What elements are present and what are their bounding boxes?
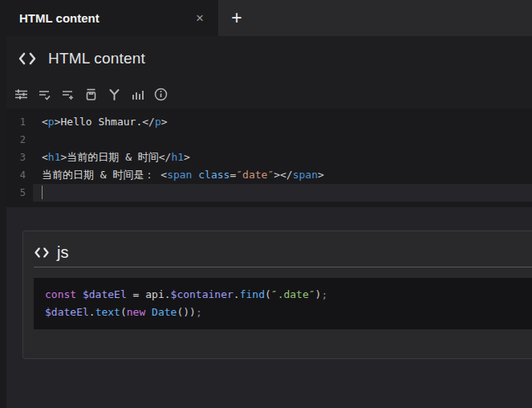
line-content: <p>Hello Shmaur.</p> bbox=[33, 113, 168, 131]
code-token: > bbox=[161, 116, 168, 128]
code-token: > bbox=[184, 151, 190, 163]
info-icon[interactable] bbox=[154, 88, 168, 101]
code-token: $container bbox=[171, 288, 234, 300]
line-content bbox=[33, 184, 42, 202]
code-token: ″date″ bbox=[236, 169, 274, 181]
js-panel-title: js bbox=[57, 243, 68, 262]
code-token: . bbox=[89, 306, 95, 318]
code-token: api bbox=[145, 288, 164, 300]
archive-icon[interactable] bbox=[84, 88, 98, 101]
code-token: const bbox=[45, 288, 76, 300]
code-token: < bbox=[160, 169, 167, 181]
code-token bbox=[145, 306, 152, 318]
code-token: 当前的日期 & 时间 bbox=[67, 151, 158, 163]
panel-header: HTML content bbox=[6, 36, 532, 80]
tab-html-content[interactable]: HTML content × bbox=[6, 0, 218, 36]
page-title: HTML content bbox=[48, 50, 145, 67]
list-check-icon[interactable] bbox=[38, 88, 51, 101]
js-code-line-2[interactable]: $dateEl.text(new Date()); bbox=[45, 304, 532, 321]
code-token: h1 bbox=[48, 151, 61, 163]
code-icon bbox=[18, 51, 37, 66]
editor-line-1[interactable]: 1<p>Hello Shmaur.</p> bbox=[6, 113, 532, 131]
code-token: class bbox=[192, 169, 229, 181]
code-token: Hello Shmaur. bbox=[60, 116, 142, 128]
code-token: new bbox=[127, 306, 145, 318]
line-number: 3 bbox=[6, 149, 33, 166]
html-code-editor[interactable]: 1<p>Hello Shmaur.</p>23<h1>当前的日期 & 时间</h… bbox=[6, 108, 532, 207]
code-token bbox=[76, 288, 83, 300]
code-token: = bbox=[127, 288, 145, 300]
editor-line-5[interactable]: 5 bbox=[6, 184, 532, 202]
code-token: p bbox=[155, 116, 161, 128]
code-token: ()) bbox=[177, 306, 195, 318]
code-icon bbox=[34, 247, 50, 259]
code-token: ; bbox=[196, 306, 202, 318]
code-token: ( bbox=[120, 306, 127, 318]
editor-line-4[interactable]: 4当前的日期 & 时间是： <span class=″date″></span> bbox=[6, 166, 532, 184]
code-token: < bbox=[42, 151, 48, 163]
code-token: $dateEl bbox=[83, 288, 127, 300]
list-plus-icon[interactable] bbox=[61, 88, 75, 101]
js-code-line-1[interactable]: const $dateEl = api.$container.find(″.da… bbox=[45, 286, 532, 304]
fork-icon[interactable] bbox=[108, 88, 121, 101]
js-code-block[interactable]: const $dateEl = api.$container.find(″.da… bbox=[34, 278, 532, 329]
line-number: 1 bbox=[6, 113, 33, 131]
code-token: > bbox=[274, 169, 280, 181]
code-token: </ bbox=[142, 116, 155, 128]
code-token: </ bbox=[159, 151, 172, 163]
code-token: . bbox=[164, 288, 171, 300]
code-token: h1 bbox=[171, 151, 184, 163]
line-content bbox=[33, 131, 42, 149]
close-icon[interactable]: × bbox=[193, 11, 207, 25]
editor-line-2[interactable]: 2 bbox=[6, 131, 532, 149]
code-token: < bbox=[42, 116, 48, 128]
code-token: ( bbox=[265, 288, 271, 300]
code-token: p bbox=[48, 116, 55, 128]
code-token: text bbox=[95, 306, 120, 318]
js-panel: js const $dateEl = api.$container.find(″… bbox=[22, 231, 532, 359]
tab-bar: HTML content × + bbox=[6, 0, 532, 36]
left-edge-strip bbox=[0, 0, 6, 408]
line-number: 2 bbox=[6, 131, 33, 149]
code-token: $dateEl bbox=[45, 306, 89, 318]
line-number: 4 bbox=[6, 166, 33, 184]
line-content: <h1>当前的日期 & 时间</h1> bbox=[33, 149, 190, 166]
line-content: 当前的日期 & 时间是： <span class=″date″></span> bbox=[33, 166, 324, 184]
code-token: span bbox=[293, 169, 318, 181]
text-cursor bbox=[42, 186, 43, 199]
code-token: ; bbox=[321, 288, 327, 300]
tune-icon[interactable] bbox=[14, 88, 28, 101]
js-panel-header: js bbox=[23, 231, 532, 262]
toolbar bbox=[6, 80, 532, 108]
line-number: 5 bbox=[6, 184, 33, 202]
code-token: ″.date″ bbox=[271, 288, 315, 300]
code-token: > bbox=[318, 169, 324, 181]
code-token: find bbox=[240, 288, 265, 300]
code-token: span bbox=[167, 169, 192, 181]
code-token: Date bbox=[152, 306, 177, 318]
divider bbox=[34, 267, 532, 267]
add-tab-button[interactable]: + bbox=[218, 0, 255, 36]
editor-line-3[interactable]: 3<h1>当前的日期 & 时间</h1> bbox=[6, 149, 532, 166]
tab-label: HTML content bbox=[19, 11, 193, 25]
code-token: . bbox=[234, 288, 240, 300]
code-token: </ bbox=[280, 169, 293, 181]
code-token: 当前的日期 & 时间是： bbox=[42, 169, 160, 181]
bar-chart-icon[interactable] bbox=[131, 88, 144, 101]
panel-top: HTML content bbox=[6, 36, 532, 108]
